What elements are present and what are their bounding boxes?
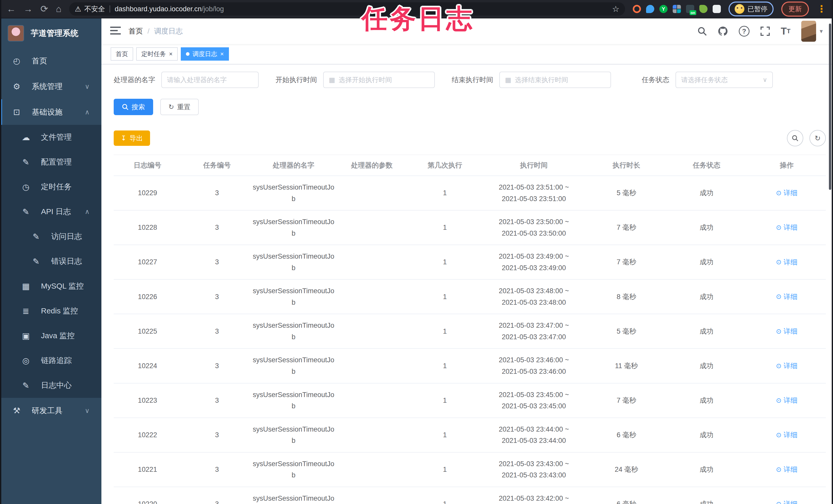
status-select[interactable]: 请选择任务状态 ∨ bbox=[675, 72, 773, 88]
handler-name-input[interactable] bbox=[167, 76, 253, 84]
extension-grid-icon[interactable] bbox=[673, 5, 681, 13]
detail-link[interactable]: ⊙详细 bbox=[776, 464, 798, 475]
browser-update-button[interactable]: 更新 bbox=[781, 2, 809, 17]
detail-link[interactable]: ⊙详细 bbox=[776, 291, 798, 303]
cell-actions: ⊙详细 bbox=[747, 279, 826, 314]
sidebar-submenu-item[interactable]: API 日志 bbox=[0, 199, 101, 224]
sidebar-item-icon bbox=[11, 82, 23, 91]
table-column-header: 第几次执行 bbox=[409, 155, 480, 176]
detail-link-label: 详细 bbox=[784, 257, 798, 268]
cell-execute-index: 1 bbox=[409, 279, 480, 314]
cell-actions: ⊙详细 bbox=[747, 176, 826, 210]
sidebar-submenu-item[interactable]: Java 监控 bbox=[0, 323, 101, 348]
extensions-puzzle-icon[interactable] bbox=[713, 5, 721, 13]
cell-execute-time: 2021-05-03 23:47:00 ~2021-05-03 23:47:00 bbox=[480, 314, 587, 349]
logo-rabbit-image bbox=[8, 25, 24, 42]
extension-sprout-icon[interactable] bbox=[699, 5, 708, 13]
cell-execute-index: 1 bbox=[409, 418, 480, 452]
time-begin: 2021-05-03 23:45:00 ~ bbox=[480, 389, 587, 401]
detail-link[interactable]: ⊙详细 bbox=[776, 257, 798, 268]
page-tab[interactable]: 首页 × bbox=[111, 47, 133, 60]
hamburger-icon[interactable] bbox=[110, 26, 121, 36]
sidebar-submenu-item[interactable]: 定时任务 bbox=[0, 175, 101, 199]
address-bar[interactable]: ⚠ 不安全 dashboard.yudao.iocoder.cn/job/log… bbox=[69, 2, 625, 16]
reset-button[interactable]: ↻ 重置 bbox=[160, 99, 199, 115]
page-tab[interactable]: 定时任务 × bbox=[136, 47, 178, 60]
toggle-search-button[interactable] bbox=[787, 130, 803, 146]
bookmark-star-icon[interactable]: ☆ bbox=[612, 4, 619, 14]
sidebar-item-label: 链路追踪 bbox=[41, 355, 72, 366]
detail-link[interactable]: ⊙详细 bbox=[776, 326, 798, 337]
home-icon[interactable]: ⌂ bbox=[56, 4, 62, 14]
sidebar-submenu-item[interactable]: 访问日志 bbox=[0, 224, 101, 249]
end-time-input[interactable] bbox=[515, 76, 605, 84]
detail-link[interactable]: ⊙详细 bbox=[776, 395, 798, 406]
extension-on-badge-icon[interactable]: on bbox=[686, 5, 694, 13]
tags-view-bar: 首页 × 定时任务 × 调度日志 × bbox=[101, 44, 833, 65]
font-size-icon[interactable]: TT bbox=[781, 26, 790, 37]
search-icon[interactable] bbox=[697, 26, 707, 36]
sidebar-menu-item[interactable]: 系统管理 bbox=[0, 74, 101, 99]
detail-link[interactable]: ⊙详细 bbox=[776, 222, 798, 233]
table-row: 10221 3 sysUserSessionTimeoutJob 1 2021-… bbox=[114, 452, 826, 487]
profile-avatar-emoji bbox=[735, 4, 744, 14]
back-icon[interactable]: ← bbox=[7, 4, 16, 14]
sidebar-submenu-item[interactable]: 链路追踪 bbox=[0, 348, 101, 373]
help-icon[interactable]: ? bbox=[739, 26, 749, 36]
extension-orange-icon[interactable] bbox=[633, 5, 641, 13]
detail-link[interactable]: ⊙详细 bbox=[776, 429, 798, 441]
tab-close-icon[interactable]: × bbox=[220, 51, 224, 57]
search-button[interactable]: 搜索 bbox=[114, 99, 153, 115]
detail-link[interactable]: ⊙详细 bbox=[776, 360, 798, 372]
breadcrumb-home[interactable]: 首页 bbox=[128, 26, 143, 36]
cell-param bbox=[334, 452, 409, 487]
export-button[interactable]: ↧ 导出 bbox=[114, 130, 150, 146]
eye-icon: ⊙ bbox=[776, 499, 782, 504]
forward-icon[interactable]: → bbox=[24, 4, 33, 14]
sidebar-item-icon bbox=[11, 56, 23, 66]
detail-link[interactable]: ⊙详细 bbox=[776, 498, 798, 504]
browser-menu-kebab-icon[interactable]: ⋮ bbox=[817, 3, 826, 15]
fullscreen-icon[interactable] bbox=[760, 26, 770, 36]
user-avatar[interactable]: ▾ bbox=[801, 21, 823, 42]
table-row: 10228 3 sysUserSessionTimeoutJob 1 2021-… bbox=[114, 210, 826, 245]
sidebar-menu-item[interactable]: 基础设施 bbox=[0, 99, 101, 125]
browser-profile-chip[interactable]: 已暂停 bbox=[729, 2, 774, 16]
cell-job-id: 3 bbox=[181, 487, 253, 504]
sidebar-logo-row[interactable]: 芋道管理系统 bbox=[0, 19, 101, 48]
reload-icon[interactable]: ⟳ bbox=[41, 4, 48, 14]
extension-green-y-icon[interactable]: Y bbox=[659, 5, 668, 13]
handler-name: sysUserSessionTimeoutJob bbox=[253, 424, 334, 447]
begin-time-input[interactable] bbox=[339, 76, 429, 84]
cell-status: 成功 bbox=[666, 383, 747, 418]
app-title: 芋道管理系统 bbox=[31, 28, 78, 39]
sidebar-submenu-item[interactable]: MySQL 监控 bbox=[0, 274, 101, 299]
sidebar-submenu-item[interactable]: 日志中心 bbox=[0, 373, 101, 398]
page-tab[interactable]: 调度日志 × bbox=[181, 47, 229, 60]
page-scrollbar-thumb[interactable] bbox=[829, 24, 831, 190]
handler-name: sysUserSessionTimeoutJob bbox=[253, 493, 334, 504]
github-icon[interactable] bbox=[718, 26, 728, 36]
profile-status-label: 已暂停 bbox=[747, 5, 767, 14]
time-end: 2021-05-03 23:48:00 bbox=[480, 297, 587, 308]
sidebar-menu-item[interactable]: 首页 bbox=[0, 48, 101, 74]
table-row: 10225 3 sysUserSessionTimeoutJob 1 2021-… bbox=[114, 314, 826, 349]
sidebar-submenu-item[interactable]: 错误日志 bbox=[0, 249, 101, 274]
cell-execute-index: 1 bbox=[409, 487, 480, 504]
eye-icon: ⊙ bbox=[776, 222, 782, 233]
sidebar-menu-item[interactable]: 研发工具 bbox=[0, 398, 101, 423]
sidebar-item-label: 系统管理 bbox=[32, 81, 63, 92]
cell-handler: sysUserSessionTimeoutJob bbox=[253, 452, 334, 487]
sidebar-item-icon bbox=[20, 331, 32, 341]
extension-drop-icon[interactable] bbox=[646, 5, 654, 13]
refresh-button[interactable]: ↻ bbox=[809, 130, 826, 146]
cell-param bbox=[334, 383, 409, 418]
cell-status: 成功 bbox=[666, 279, 747, 314]
detail-link[interactable]: ⊙详细 bbox=[776, 187, 798, 199]
sidebar-submenu-item[interactable]: 配置管理 bbox=[0, 150, 101, 175]
tab-close-icon[interactable]: × bbox=[169, 51, 173, 57]
sidebar-submenu-item[interactable]: Redis 监控 bbox=[0, 299, 101, 323]
cell-actions: ⊙详细 bbox=[747, 383, 826, 418]
sidebar-submenu-item[interactable]: 文件管理 bbox=[0, 125, 101, 150]
cell-execute-index: 1 bbox=[409, 452, 480, 487]
